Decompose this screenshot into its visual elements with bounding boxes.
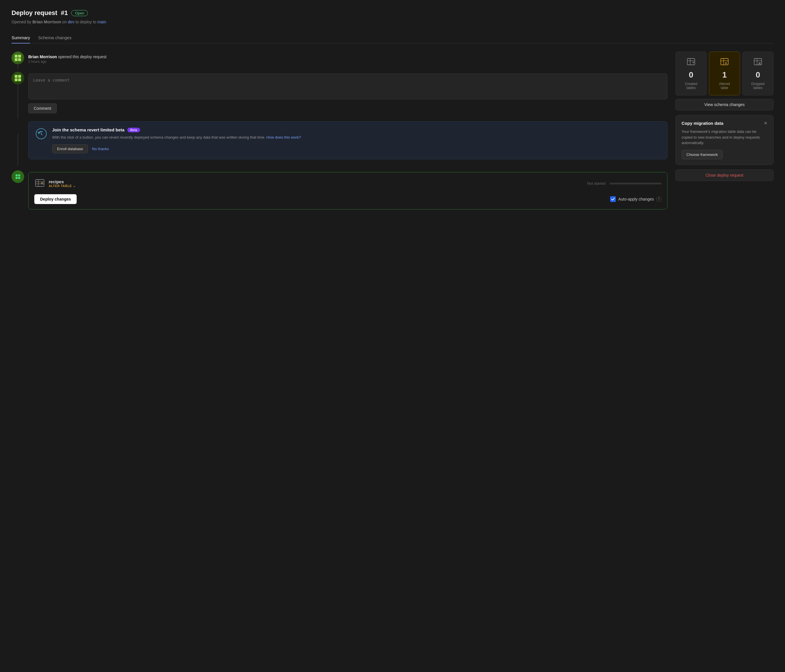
dropped-tables-label: Droppedtables [751,82,765,90]
svg-rect-15 [721,58,728,65]
svg-rect-2 [18,174,20,177]
page-container: Deploy request #1 Open Opened by Brian M… [11,9,774,212]
stats-row: 0 Createdtables 1 Alteredtabl [676,52,774,95]
table-edit-icon [720,57,729,68]
tab-schema-changes[interactable]: Schema changes [38,32,72,44]
header-subtitle: Opened by Brian Morrison on dev to deplo… [11,20,774,24]
svg-rect-4 [18,177,20,179]
svg-rect-10 [687,58,695,65]
alter-tag: ALTER TABLE ⌄ [49,184,76,188]
deploy-right: Not started [587,181,661,186]
svg-rect-19 [754,58,762,65]
timeline-item-deploy: recipes ALTER TABLE ⌄ Not started [11,167,668,209]
no-thanks-button[interactable]: No thanks [92,147,109,151]
stat-created-tables: 0 Createdtables [676,52,707,95]
main-layout: Brian Morrison opened this deploy reques… [11,52,774,212]
deploy-status: Not started [587,181,605,186]
created-tables-label: Createdtables [685,82,697,90]
migration-title: Copy migration data [682,121,723,126]
beta-badge: Beta [127,128,140,132]
timeline-event-text: Brian Morrison opened this deploy reques… [28,52,668,69]
avatar-deploy [11,170,24,183]
close-migration-button[interactable]: ✕ [764,120,768,126]
tab-summary[interactable]: Summary [11,32,30,44]
table-remove-icon [753,57,763,68]
beta-card-body: Join the schema revert limited beta Beta… [52,127,661,153]
svg-rect-3 [16,177,17,179]
altered-table-count: 1 [722,70,727,80]
deploy-card-left: recipes ALTER TABLE ⌄ [34,178,76,190]
table-info: recipes ALTER TABLE ⌄ [49,179,76,188]
left-column: Brian Morrison opened this deploy reques… [11,52,668,212]
how-does-this-work-link[interactable]: How does this work? [267,135,301,139]
dropped-tables-count: 0 [755,70,760,80]
avatar-2 [11,72,24,84]
created-tables-count: 0 [689,70,693,80]
branch-to-link[interactable]: main [97,20,106,24]
altered-table-label: Alteredtable [719,82,730,90]
help-icon[interactable]: ? [656,197,661,202]
migration-card: Copy migration data ✕ Your framework's m… [676,115,774,165]
stat-dropped-tables: 0 Droppedtables [742,52,774,95]
timeline-item-comment: Comment [11,72,668,119]
beta-title: Join the schema revert limited beta [52,127,125,132]
right-column: 0 Createdtables 1 Alteredtabl [676,52,774,181]
stat-altered-table: 1 Alteredtable [709,52,740,95]
comment-section: Comment [28,72,668,119]
timeline-item-beta: Join the schema revert limited beta Beta… [11,121,668,165]
avatar [11,52,24,64]
page-header: Deploy request #1 Open Opened by Brian M… [11,9,774,24]
page-title: Deploy request [11,9,57,17]
revert-icon [35,127,48,140]
status-badge: Open [71,10,88,16]
deploy-number: #1 [61,9,68,17]
event-time: 2 hours ago [28,59,668,64]
auto-apply-section: Auto-apply changes ? [610,196,661,202]
close-deploy-request-button[interactable]: Close deploy request [676,169,774,181]
table-name: recipes [49,179,76,184]
auto-apply-checkbox[interactable] [610,196,616,202]
comment-input[interactable] [28,73,668,99]
choose-framework-button[interactable]: Choose framework [682,150,723,159]
progress-bar [610,183,661,184]
migration-description: Your framework's migration table data ca… [682,129,768,146]
tab-bar: Summary Schema changes [11,32,774,44]
svg-rect-1 [16,174,17,177]
beta-description: With the click of a button, you can reve… [52,134,661,140]
enroll-button[interactable]: Enroll database [52,144,88,153]
view-schema-button[interactable]: View schema changes [676,99,774,110]
auto-apply-label: Auto-apply changes [618,197,654,202]
deploy-card: recipes ALTER TABLE ⌄ Not started [28,172,668,209]
beta-card: Join the schema revert limited beta Beta… [28,121,668,159]
table-icon [34,178,45,190]
deploy-changes-button[interactable]: Deploy changes [34,194,77,204]
comment-button[interactable]: Comment [28,103,57,113]
table-add-icon [686,57,696,68]
branch-from-link[interactable]: dev [68,20,74,24]
timeline-item-open: Brian Morrison opened this deploy reques… [11,52,668,69]
